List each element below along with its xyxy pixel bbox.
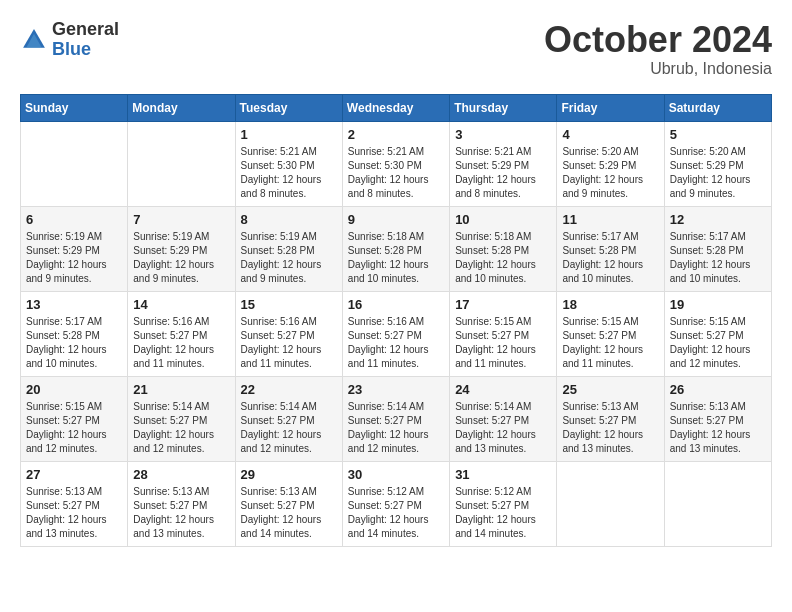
month-title: October 2024	[544, 20, 772, 60]
day-info: Sunrise: 5:14 AMSunset: 5:27 PMDaylight:…	[133, 400, 229, 456]
weekday-header-friday: Friday	[557, 94, 664, 121]
day-info: Sunrise: 5:12 AMSunset: 5:27 PMDaylight:…	[348, 485, 444, 541]
day-info: Sunrise: 5:21 AMSunset: 5:30 PMDaylight:…	[241, 145, 337, 201]
day-number: 6	[26, 212, 122, 227]
calendar-cell	[664, 461, 771, 546]
logo-general-text: General	[52, 19, 119, 39]
calendar-cell: 12Sunrise: 5:17 AMSunset: 5:28 PMDayligh…	[664, 206, 771, 291]
day-number: 2	[348, 127, 444, 142]
day-number: 29	[241, 467, 337, 482]
calendar-cell	[21, 121, 128, 206]
calendar-cell: 5Sunrise: 5:20 AMSunset: 5:29 PMDaylight…	[664, 121, 771, 206]
day-number: 10	[455, 212, 551, 227]
calendar-cell: 4Sunrise: 5:20 AMSunset: 5:29 PMDaylight…	[557, 121, 664, 206]
day-info: Sunrise: 5:18 AMSunset: 5:28 PMDaylight:…	[455, 230, 551, 286]
day-number: 12	[670, 212, 766, 227]
calendar-cell: 23Sunrise: 5:14 AMSunset: 5:27 PMDayligh…	[342, 376, 449, 461]
calendar-week-1: 1Sunrise: 5:21 AMSunset: 5:30 PMDaylight…	[21, 121, 772, 206]
day-number: 17	[455, 297, 551, 312]
calendar-week-2: 6Sunrise: 5:19 AMSunset: 5:29 PMDaylight…	[21, 206, 772, 291]
day-info: Sunrise: 5:17 AMSunset: 5:28 PMDaylight:…	[670, 230, 766, 286]
day-number: 9	[348, 212, 444, 227]
day-info: Sunrise: 5:13 AMSunset: 5:27 PMDaylight:…	[670, 400, 766, 456]
day-info: Sunrise: 5:13 AMSunset: 5:27 PMDaylight:…	[133, 485, 229, 541]
day-info: Sunrise: 5:14 AMSunset: 5:27 PMDaylight:…	[348, 400, 444, 456]
day-info: Sunrise: 5:18 AMSunset: 5:28 PMDaylight:…	[348, 230, 444, 286]
calendar-cell: 6Sunrise: 5:19 AMSunset: 5:29 PMDaylight…	[21, 206, 128, 291]
logo: General Blue	[20, 20, 119, 60]
day-number: 3	[455, 127, 551, 142]
day-number: 8	[241, 212, 337, 227]
calendar-cell: 7Sunrise: 5:19 AMSunset: 5:29 PMDaylight…	[128, 206, 235, 291]
calendar-body: 1Sunrise: 5:21 AMSunset: 5:30 PMDaylight…	[21, 121, 772, 546]
day-info: Sunrise: 5:14 AMSunset: 5:27 PMDaylight:…	[241, 400, 337, 456]
day-info: Sunrise: 5:19 AMSunset: 5:28 PMDaylight:…	[241, 230, 337, 286]
logo-blue-text: Blue	[52, 39, 91, 59]
calendar-cell: 9Sunrise: 5:18 AMSunset: 5:28 PMDaylight…	[342, 206, 449, 291]
day-info: Sunrise: 5:15 AMSunset: 5:27 PMDaylight:…	[26, 400, 122, 456]
day-number: 4	[562, 127, 658, 142]
calendar-cell: 15Sunrise: 5:16 AMSunset: 5:27 PMDayligh…	[235, 291, 342, 376]
calendar-cell: 3Sunrise: 5:21 AMSunset: 5:29 PMDaylight…	[450, 121, 557, 206]
calendar-cell: 26Sunrise: 5:13 AMSunset: 5:27 PMDayligh…	[664, 376, 771, 461]
day-info: Sunrise: 5:19 AMSunset: 5:29 PMDaylight:…	[26, 230, 122, 286]
day-number: 26	[670, 382, 766, 397]
day-info: Sunrise: 5:13 AMSunset: 5:27 PMDaylight:…	[241, 485, 337, 541]
day-number: 14	[133, 297, 229, 312]
calendar-cell: 31Sunrise: 5:12 AMSunset: 5:27 PMDayligh…	[450, 461, 557, 546]
day-number: 21	[133, 382, 229, 397]
calendar-week-4: 20Sunrise: 5:15 AMSunset: 5:27 PMDayligh…	[21, 376, 772, 461]
day-info: Sunrise: 5:15 AMSunset: 5:27 PMDaylight:…	[670, 315, 766, 371]
weekday-header-thursday: Thursday	[450, 94, 557, 121]
calendar-cell: 19Sunrise: 5:15 AMSunset: 5:27 PMDayligh…	[664, 291, 771, 376]
day-number: 20	[26, 382, 122, 397]
weekday-header-monday: Monday	[128, 94, 235, 121]
calendar-cell: 14Sunrise: 5:16 AMSunset: 5:27 PMDayligh…	[128, 291, 235, 376]
weekday-header-tuesday: Tuesday	[235, 94, 342, 121]
day-info: Sunrise: 5:12 AMSunset: 5:27 PMDaylight:…	[455, 485, 551, 541]
day-number: 22	[241, 382, 337, 397]
calendar-header: SundayMondayTuesdayWednesdayThursdayFrid…	[21, 94, 772, 121]
calendar-cell: 20Sunrise: 5:15 AMSunset: 5:27 PMDayligh…	[21, 376, 128, 461]
day-number: 15	[241, 297, 337, 312]
day-info: Sunrise: 5:19 AMSunset: 5:29 PMDaylight:…	[133, 230, 229, 286]
calendar-cell	[128, 121, 235, 206]
weekday-header-saturday: Saturday	[664, 94, 771, 121]
calendar-cell: 27Sunrise: 5:13 AMSunset: 5:27 PMDayligh…	[21, 461, 128, 546]
day-info: Sunrise: 5:13 AMSunset: 5:27 PMDaylight:…	[26, 485, 122, 541]
day-number: 16	[348, 297, 444, 312]
calendar-cell: 25Sunrise: 5:13 AMSunset: 5:27 PMDayligh…	[557, 376, 664, 461]
calendar-cell: 1Sunrise: 5:21 AMSunset: 5:30 PMDaylight…	[235, 121, 342, 206]
day-number: 30	[348, 467, 444, 482]
day-info: Sunrise: 5:17 AMSunset: 5:28 PMDaylight:…	[26, 315, 122, 371]
calendar-cell: 28Sunrise: 5:13 AMSunset: 5:27 PMDayligh…	[128, 461, 235, 546]
calendar-cell: 29Sunrise: 5:13 AMSunset: 5:27 PMDayligh…	[235, 461, 342, 546]
calendar-cell: 11Sunrise: 5:17 AMSunset: 5:28 PMDayligh…	[557, 206, 664, 291]
weekday-header-sunday: Sunday	[21, 94, 128, 121]
day-number: 31	[455, 467, 551, 482]
day-number: 11	[562, 212, 658, 227]
calendar-week-5: 27Sunrise: 5:13 AMSunset: 5:27 PMDayligh…	[21, 461, 772, 546]
day-info: Sunrise: 5:21 AMSunset: 5:30 PMDaylight:…	[348, 145, 444, 201]
day-number: 24	[455, 382, 551, 397]
calendar-cell: 13Sunrise: 5:17 AMSunset: 5:28 PMDayligh…	[21, 291, 128, 376]
logo-icon	[20, 26, 48, 54]
day-info: Sunrise: 5:15 AMSunset: 5:27 PMDaylight:…	[562, 315, 658, 371]
day-number: 7	[133, 212, 229, 227]
calendar-cell: 24Sunrise: 5:14 AMSunset: 5:27 PMDayligh…	[450, 376, 557, 461]
day-number: 1	[241, 127, 337, 142]
day-number: 5	[670, 127, 766, 142]
day-number: 13	[26, 297, 122, 312]
day-number: 19	[670, 297, 766, 312]
day-info: Sunrise: 5:16 AMSunset: 5:27 PMDaylight:…	[348, 315, 444, 371]
day-info: Sunrise: 5:13 AMSunset: 5:27 PMDaylight:…	[562, 400, 658, 456]
weekday-header-wednesday: Wednesday	[342, 94, 449, 121]
day-info: Sunrise: 5:20 AMSunset: 5:29 PMDaylight:…	[670, 145, 766, 201]
weekday-header-row: SundayMondayTuesdayWednesdayThursdayFrid…	[21, 94, 772, 121]
day-number: 25	[562, 382, 658, 397]
calendar-cell: 22Sunrise: 5:14 AMSunset: 5:27 PMDayligh…	[235, 376, 342, 461]
location-text: Ubrub, Indonesia	[544, 60, 772, 78]
calendar-cell: 8Sunrise: 5:19 AMSunset: 5:28 PMDaylight…	[235, 206, 342, 291]
calendar-week-3: 13Sunrise: 5:17 AMSunset: 5:28 PMDayligh…	[21, 291, 772, 376]
day-info: Sunrise: 5:16 AMSunset: 5:27 PMDaylight:…	[241, 315, 337, 371]
